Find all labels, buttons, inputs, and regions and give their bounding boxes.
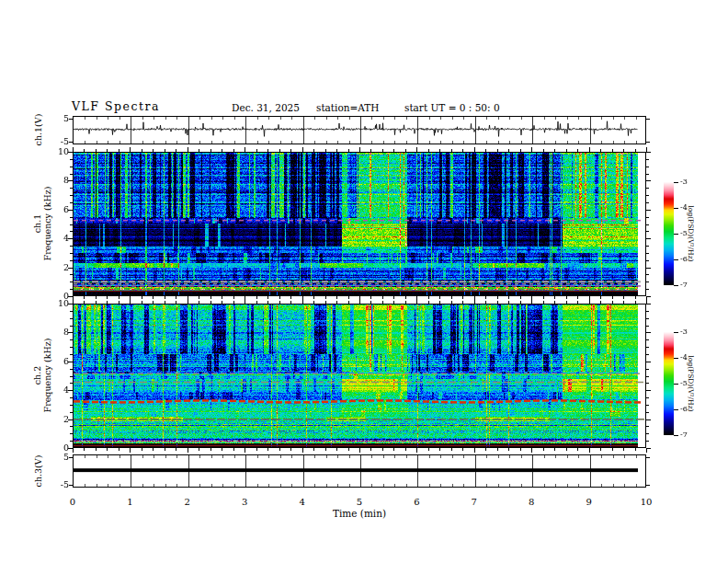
x-tick-label: 1 <box>119 497 141 507</box>
tick-mark <box>554 296 555 299</box>
tick-mark <box>279 448 280 451</box>
tick-mark <box>199 448 199 451</box>
tick-mark <box>646 231 649 232</box>
ch2-spectrogram-panel <box>73 304 646 448</box>
tick-mark <box>646 485 650 486</box>
y-tick-label: 2 <box>45 262 69 272</box>
tick-mark <box>348 149 349 152</box>
tick-mark <box>589 299 590 304</box>
tick-mark <box>497 149 498 152</box>
tick-mark <box>612 149 613 152</box>
tick-mark <box>142 296 142 299</box>
tick-mark <box>210 149 211 152</box>
tick-mark <box>70 369 73 370</box>
ch2-frequency-axis-label-line2: Frequency (kHz) <box>42 339 52 413</box>
y-tick-label: 5 <box>45 113 69 123</box>
time-axis-label: Time (min) <box>333 508 386 519</box>
tick-mark <box>589 448 590 453</box>
tick-mark <box>577 296 578 299</box>
tick-mark <box>646 246 649 247</box>
tick-mark <box>245 299 245 304</box>
tick-mark <box>589 147 590 152</box>
tick-mark <box>600 296 601 299</box>
tick-mark <box>646 180 651 181</box>
tick-mark <box>222 448 222 451</box>
tick-mark <box>70 159 73 160</box>
tick-mark <box>646 167 649 167</box>
colorbar-tick-label: -4 <box>680 203 688 212</box>
tick-mark <box>646 369 649 370</box>
tick-mark <box>107 301 108 304</box>
tick-mark <box>176 296 176 299</box>
tick-mark <box>176 149 176 152</box>
tick-mark <box>336 448 337 451</box>
tick-mark <box>439 296 440 299</box>
tick-mark <box>130 299 131 304</box>
tick-mark <box>84 149 85 152</box>
tick-mark <box>428 448 429 451</box>
tick-mark <box>188 299 188 304</box>
tick-mark <box>646 390 651 391</box>
tick-mark <box>646 457 650 458</box>
tick-mark <box>393 448 394 451</box>
x-tick-label: 5 <box>348 497 370 507</box>
tick-mark <box>674 182 678 183</box>
tick-mark <box>646 318 649 319</box>
tick-mark <box>646 304 651 304</box>
tick-mark <box>674 234 678 235</box>
tick-mark <box>348 296 349 299</box>
tick-mark <box>290 301 291 304</box>
tick-mark <box>233 296 234 299</box>
tick-mark <box>646 362 651 362</box>
ch3-waveform-panel <box>73 454 646 488</box>
tick-mark <box>119 448 119 451</box>
ch1-voltage-axis-label: ch.1(V) <box>33 114 43 146</box>
tick-mark <box>646 142 650 143</box>
tick-mark <box>451 301 452 304</box>
tick-mark <box>70 397 73 398</box>
tick-mark <box>165 296 165 299</box>
tick-mark <box>635 296 636 299</box>
y-tick-label: 10 <box>45 298 69 308</box>
tick-mark <box>165 301 165 304</box>
colorbar-1-canvas <box>664 182 674 285</box>
tick-mark <box>130 448 131 453</box>
tick-mark <box>674 208 678 209</box>
tick-mark <box>142 149 142 152</box>
tick-mark <box>405 448 406 451</box>
tick-mark <box>70 217 73 218</box>
y-tick-label: 8 <box>45 175 69 185</box>
tick-mark <box>485 296 486 299</box>
tick-mark <box>256 448 257 451</box>
tick-mark <box>233 149 234 152</box>
tick-mark <box>210 448 211 451</box>
tick-mark <box>267 301 268 304</box>
tick-mark <box>70 383 73 384</box>
tick-mark <box>313 301 314 304</box>
tick-mark <box>646 282 649 282</box>
tick-mark <box>70 202 73 203</box>
tick-mark <box>370 296 371 299</box>
tick-mark <box>199 296 199 299</box>
tick-mark <box>646 195 649 196</box>
tick-mark <box>416 299 417 304</box>
tick-mark <box>199 149 199 152</box>
tick-mark <box>70 433 73 434</box>
tick-mark <box>107 448 108 451</box>
tick-mark <box>107 296 108 299</box>
tick-mark <box>188 448 188 453</box>
tick-mark <box>290 149 291 152</box>
tick-mark <box>70 188 73 189</box>
tick-mark <box>646 354 649 355</box>
tick-mark <box>176 448 176 451</box>
x-tick-label: 8 <box>520 497 542 507</box>
tick-mark <box>290 448 291 451</box>
tick-mark <box>153 149 154 152</box>
tick-mark <box>554 301 555 304</box>
tick-mark <box>142 448 142 451</box>
tick-mark <box>612 448 613 451</box>
tick-mark <box>646 296 651 297</box>
tick-mark <box>531 448 532 453</box>
y-tick-label: 2 <box>45 414 69 424</box>
tick-mark <box>279 149 280 152</box>
